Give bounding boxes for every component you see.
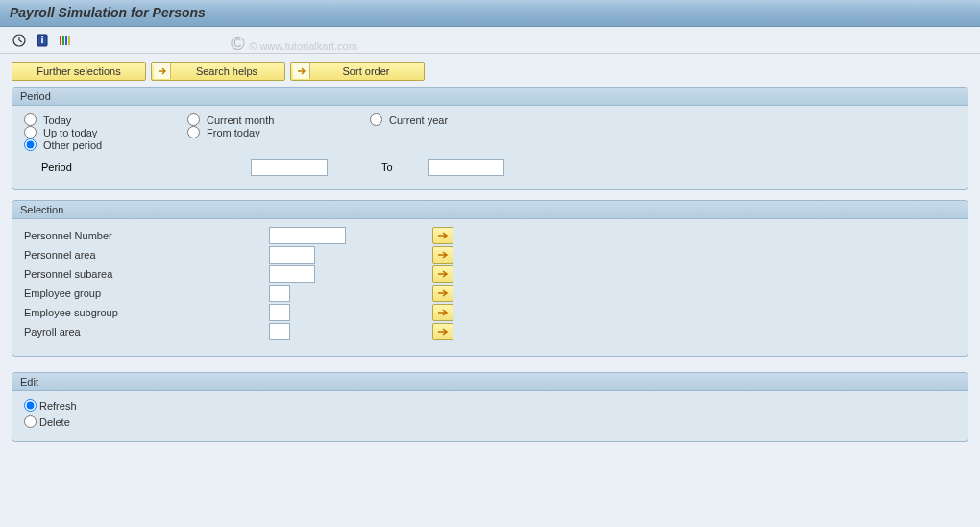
rainbow-icon[interactable]: [56, 31, 75, 50]
window-title: Payroll Simulation for Persons: [0, 0, 980, 27]
edit-title: Edit: [12, 373, 968, 391]
search-helps-label: Search helps: [196, 65, 257, 77]
svg-line-2: [19, 40, 22, 42]
arrow-right-icon: [437, 289, 449, 298]
radio-current-month[interactable]: [187, 113, 200, 126]
label-delete: Delete: [39, 416, 70, 428]
radio-up-to-today[interactable]: [24, 126, 37, 138]
selection-input[interactable]: [269, 265, 315, 283]
selection-buttons-row: Further selections Search helps Sort ord…: [12, 62, 968, 81]
selection-row: Personnel area: [24, 246, 956, 264]
arrow-right-icon: [293, 63, 310, 79]
selection-groupbox: Selection Personnel NumberPersonnel area…: [12, 200, 968, 357]
arrow-right-icon: [154, 63, 171, 79]
selection-input[interactable]: [269, 323, 290, 340]
selection-label: Personnel subarea: [24, 268, 269, 280]
multiple-selection-button[interactable]: [432, 246, 453, 264]
input-period-from[interactable]: [251, 159, 328, 176]
label-up-to-today: Up to today: [43, 127, 97, 138]
period-groupbox: Period Today Current month Current year: [12, 87, 968, 190]
svg-rect-6: [62, 36, 64, 45]
radio-delete[interactable]: [24, 415, 37, 428]
label-period: Period: [41, 162, 243, 173]
selection-label: Personnel area: [24, 249, 269, 261]
selection-input[interactable]: [269, 227, 346, 244]
selection-label: Personnel Number: [24, 230, 269, 241]
svg-rect-8: [68, 36, 70, 45]
multiple-selection-button[interactable]: [432, 323, 453, 340]
svg-rect-7: [65, 36, 67, 45]
arrow-right-icon: [437, 269, 449, 279]
selection-input[interactable]: [269, 285, 290, 302]
selection-row: Employee group: [24, 285, 956, 302]
radio-other-period[interactable]: [24, 138, 37, 151]
multiple-selection-button[interactable]: [432, 227, 453, 244]
selection-row: Personnel Number: [24, 227, 956, 244]
arrow-right-icon: [437, 250, 449, 260]
info-icon[interactable]: i: [33, 31, 52, 50]
execute-icon[interactable]: [10, 31, 29, 50]
selection-label: Employee group: [24, 288, 269, 299]
svg-rect-5: [60, 36, 61, 45]
selection-input[interactable]: [269, 246, 315, 264]
arrow-right-icon: [437, 308, 449, 317]
svg-text:i: i: [40, 34, 43, 45]
multiple-selection-button[interactable]: [432, 285, 453, 302]
label-current-year: Current year: [389, 114, 448, 126]
selection-title: Selection: [12, 201, 968, 219]
radio-today[interactable]: [24, 113, 37, 126]
selection-row: Personnel subarea: [24, 265, 956, 283]
radio-refresh[interactable]: [24, 399, 37, 412]
multiple-selection-button[interactable]: [432, 304, 453, 321]
label-today: Today: [43, 114, 71, 126]
label-refresh: Refresh: [39, 400, 77, 412]
radio-from-today[interactable]: [187, 126, 200, 138]
search-helps-button[interactable]: Search helps: [151, 62, 285, 81]
selection-row: Payroll area: [24, 323, 956, 340]
selection-row: Employee subgroup: [24, 304, 956, 321]
selection-label: Employee subgroup: [24, 307, 269, 318]
selection-label: Payroll area: [24, 326, 269, 338]
selection-input[interactable]: [269, 304, 290, 321]
input-period-to[interactable]: [428, 159, 504, 176]
sort-order-button[interactable]: Sort order: [290, 62, 425, 81]
edit-groupbox: Edit Refresh Delete: [12, 372, 968, 442]
arrow-right-icon: [437, 231, 449, 240]
radio-current-year[interactable]: [370, 113, 382, 126]
period-title: Period: [12, 88, 968, 106]
sort-order-label: Sort order: [343, 65, 390, 77]
arrow-right-icon: [437, 327, 449, 337]
app-toolbar: i: [0, 27, 980, 54]
multiple-selection-button[interactable]: [432, 265, 453, 283]
label-other-period: Other period: [43, 139, 102, 151]
further-selections-button[interactable]: Further selections: [12, 62, 146, 81]
label-to: To: [381, 162, 420, 173]
label-current-month: Current month: [207, 114, 274, 126]
label-from-today: From today: [207, 127, 260, 138]
